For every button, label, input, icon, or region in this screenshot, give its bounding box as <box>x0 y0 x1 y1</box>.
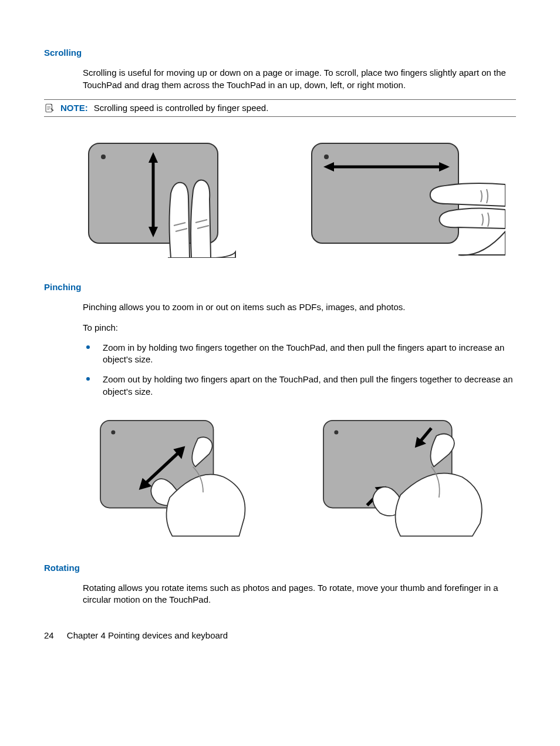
section-heading-rotating: Rotating <box>44 562 516 574</box>
note-label: NOTE: <box>60 103 88 113</box>
note-box: NOTE:Scrolling speed is controlled by fi… <box>44 99 516 117</box>
chapter-title: Chapter 4 Pointing devices and keyboard <box>67 630 228 640</box>
svg-point-19 <box>111 430 115 434</box>
pinching-body-1: Pinching allows you to zoom in or out on… <box>83 301 516 313</box>
note-text: Scrolling speed is controlled by finger … <box>94 103 269 113</box>
note-icon <box>44 103 55 113</box>
svg-point-24 <box>334 430 338 434</box>
svg-point-5 <box>101 154 106 159</box>
section-heading-scrolling: Scrolling <box>44 47 516 59</box>
scrolling-body: Scrolling is useful for moving up or dow… <box>83 67 516 91</box>
pinching-body-2: To pinch: <box>83 322 516 334</box>
scroll-horizontal-illustration <box>306 135 505 258</box>
pinch-out-illustration <box>83 415 282 539</box>
list-item: Zoom out by holding two fingers apart on… <box>83 374 516 398</box>
page-footer: 24 Chapter 4 Pointing devices and keyboa… <box>44 630 516 641</box>
section-heading-pinching: Pinching <box>44 281 516 293</box>
svg-point-14 <box>324 154 329 159</box>
page-number: 24 <box>44 630 54 641</box>
scroll-vertical-illustration <box>83 135 282 258</box>
list-item: Zoom in by holding two fingers together … <box>83 342 516 366</box>
rotating-body: Rotating allows you rotate items such as… <box>83 582 516 606</box>
pinch-in-illustration <box>306 415 505 539</box>
